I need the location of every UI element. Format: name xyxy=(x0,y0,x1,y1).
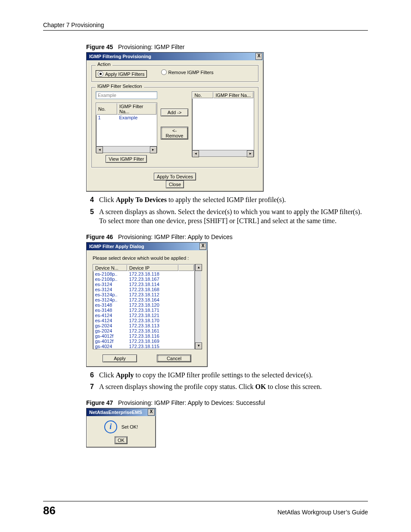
success-message: Set OK! xyxy=(121,424,138,429)
col-filter-name-right[interactable]: IGMP Filter Na... xyxy=(214,92,254,99)
table-row[interactable]: es-3148172.23.18.120 xyxy=(93,302,194,308)
table-row[interactable]: es-3124p..172.23.18.112 xyxy=(93,292,194,297)
dialog-titlebar[interactable]: IGMP Filter Apply Dialog X xyxy=(87,243,207,250)
page-number: 86 xyxy=(43,504,56,517)
col-device-name[interactable]: Device N... xyxy=(93,264,128,271)
dialog-titlebar[interactable]: NetAtlasEnterpriseEMS X xyxy=(87,408,156,416)
table-row[interactable]: es-2108p..172.23.18.118 xyxy=(93,271,194,277)
h-scrollbar[interactable]: ◂ ▸ xyxy=(192,150,254,156)
add-button[interactable]: Add -> xyxy=(161,109,189,116)
figure45-number: Figure 45 xyxy=(86,44,113,50)
success-dialog: NetAtlasEnterpriseEMS X i Set OK! OK xyxy=(86,408,156,448)
col-no-right[interactable]: No. xyxy=(193,92,214,99)
device-table[interactable]: Device N... Device IP es-2108p..172.23.1… xyxy=(93,264,194,349)
example-input[interactable]: Example xyxy=(96,91,157,99)
figure47-number: Figure 47 xyxy=(86,399,113,406)
col-no[interactable]: No. xyxy=(97,103,118,115)
figure47-caption: Figure 47 Provisioning: IGMP Filter: App… xyxy=(86,399,368,406)
radio-dot-icon xyxy=(98,71,103,77)
apply-to-devices-button[interactable]: Apply To Devices xyxy=(154,173,196,180)
radio-apply-igmp[interactable]: Apply IGMP Filters xyxy=(96,70,147,78)
scroll-left-icon[interactable]: ◂ xyxy=(192,150,199,157)
figure45-text: Provisioning: IGMP Filter xyxy=(118,44,185,50)
table-row[interactable]: es-3124172.23.18.168 xyxy=(93,287,194,292)
close-icon[interactable]: X xyxy=(199,243,206,250)
dialog-titlebar[interactable]: IGMP Filtering Provisioning X xyxy=(87,53,263,60)
step-number: 4 xyxy=(86,195,94,205)
table-row[interactable]: es-4124172.23.18.170 xyxy=(93,318,194,323)
step-text: Click Apply To Devices to apply the sele… xyxy=(99,195,286,205)
radio-remove-igmp[interactable]: Remove IGMP Filters xyxy=(161,69,214,75)
close-icon[interactable]: X xyxy=(148,409,155,416)
col-filter-name[interactable]: IGMP Filter Na... xyxy=(118,103,157,115)
table-row[interactable]: gs-4012f172.23.18.116 xyxy=(93,333,194,339)
igmp-filtering-dialog: IGMP Filtering Provisioning X Action App… xyxy=(86,52,264,192)
action-legend: Action xyxy=(96,62,112,67)
v-scrollbar[interactable]: ▴ ▾ xyxy=(195,264,201,349)
selection-legend: IGMP Filter Selection xyxy=(96,84,144,89)
radio-remove-label: Remove IGMP Filters xyxy=(168,70,214,75)
figure46-text: Provisioning: IGMP Filter: Apply to Devi… xyxy=(118,233,233,240)
table-row[interactable]: gs-2024172.23.18.161 xyxy=(93,328,194,333)
action-group: Action Apply IGMP Filters Remove IGMP Fi… xyxy=(91,65,259,82)
step-number: 5 xyxy=(86,207,94,226)
figure45-caption: Figure 45 Provisioning: IGMP Filter xyxy=(86,44,368,50)
apply-button[interactable]: Apply xyxy=(103,355,137,362)
h-scrollbar[interactable]: ◂ ▸ xyxy=(96,146,157,152)
step-text: Click Apply to copy the IGMP filter prof… xyxy=(99,370,313,380)
instruction-steps-6-7: 6 Click Apply to copy the IGMP filter pr… xyxy=(86,370,368,392)
scroll-up-icon[interactable]: ▴ xyxy=(195,264,202,271)
table-row[interactable]: es-3124p..172.23.18.164 xyxy=(93,297,194,302)
remove-button[interactable]: <- Remove xyxy=(161,127,189,140)
radio-apply-label: Apply IGMP Filters xyxy=(105,72,145,77)
step-number: 6 xyxy=(86,370,94,380)
ok-button[interactable]: OK xyxy=(115,436,128,444)
guide-title: NetAtlas Workgroup User’s Guide xyxy=(277,509,368,516)
cancel-button[interactable]: Cancel xyxy=(157,355,191,362)
scroll-left-icon[interactable]: ◂ xyxy=(96,146,103,153)
scroll-down-icon[interactable]: ▾ xyxy=(195,342,202,349)
scroll-right-icon[interactable]: ▸ xyxy=(150,146,157,153)
instruction-steps-4-5: 4 Click Apply To Devices to apply the se… xyxy=(86,195,368,226)
scroll-right-icon[interactable]: ▸ xyxy=(247,150,254,157)
figure46-number: Figure 46 xyxy=(86,233,113,240)
step-number: 7 xyxy=(86,382,94,392)
table-row[interactable]: es-4124172.23.18.121 xyxy=(93,313,194,318)
table-row[interactable]: es-3124172.23.18.114 xyxy=(93,282,194,287)
view-igmp-filter-button[interactable]: View IGMP Filter xyxy=(106,155,147,163)
running-header: Chapter 7 Provisioning xyxy=(43,22,368,31)
table-row[interactable]: es-3148172.23.18.171 xyxy=(93,308,194,313)
page-footer: 86 NetAtlas Workgroup User’s Guide xyxy=(43,501,368,517)
table-row[interactable]: gs-4024172.23.18.115 xyxy=(93,344,194,349)
figure46-caption: Figure 46 Provisioning: IGMP Filter: App… xyxy=(86,233,368,240)
dialog-title: IGMP Filtering Provisioning xyxy=(89,54,151,59)
table-row[interactable]: es-2108p..172.23.18.167 xyxy=(93,277,194,282)
figure47-text: Provisioning: IGMP Filter: Apply to Devi… xyxy=(118,399,265,406)
selection-group: IGMP Filter Selection Example No. IGMP F… xyxy=(91,87,259,168)
step-text: A screen displays as shown. Select the d… xyxy=(99,207,368,226)
apply-dialog: IGMP Filter Apply Dialog X Please select… xyxy=(86,242,208,367)
col-device-ip[interactable]: Device IP xyxy=(128,264,179,271)
close-button[interactable]: Close xyxy=(166,180,184,188)
table-row[interactable]: gs-4012f172.23.18.169 xyxy=(93,339,194,344)
radio-dot-icon xyxy=(161,69,167,75)
dialog-title: NetAtlasEnterpriseEMS xyxy=(89,410,142,415)
table-row[interactable]: gs-2024172.23.18.113 xyxy=(93,323,194,328)
list-row[interactable]: 1 Example xyxy=(97,115,157,121)
dialog-title: IGMP Filter Apply Dialog xyxy=(89,244,144,249)
close-icon[interactable]: X xyxy=(255,53,262,60)
apply-prompt: Please select device which would be appl… xyxy=(93,255,201,261)
info-icon: i xyxy=(104,420,117,433)
step-text: A screen displays showing the profile co… xyxy=(99,382,322,392)
